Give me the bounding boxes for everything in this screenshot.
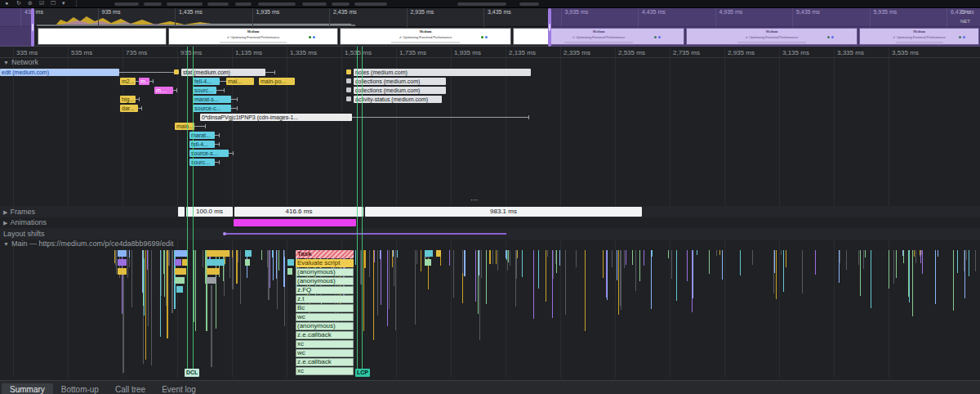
network-request-bar[interactable]: mai... (226, 78, 254, 85)
dropdown-caret-icon[interactable]: ▾ (62, 0, 65, 7)
flame-activity-line (489, 250, 491, 264)
toolbar-control[interactable] (354, 2, 387, 6)
flame-frame-z-fq[interactable]: z.FQ (296, 286, 354, 294)
disclosure-triangle-icon: ▼ (3, 60, 9, 65)
time-ruler[interactable]: 335 ms535 ms735 ms935 ms1,135 ms1,335 ms… (0, 47, 980, 58)
network-request-bar[interactable]: sourc... (193, 87, 216, 94)
network-request-bar[interactable]: marat-s... (193, 96, 231, 103)
track-resize-handle[interactable]: ⋯ (470, 195, 480, 204)
toolbar-control[interactable] (258, 2, 296, 6)
frame-duration-bar[interactable]: 983.1 ms (365, 207, 642, 217)
network-request-bar[interactable]: source-s... (189, 150, 229, 157)
ruler-time-label: 3,335 ms (837, 49, 864, 56)
flame-activity-line (909, 250, 910, 302)
flame-frame--anonymous-[interactable]: (anonymous) (296, 268, 354, 276)
flame-frame-evaluate-script[interactable]: Evaluate script (296, 259, 354, 267)
main-thread-section-header[interactable]: ▼Main — https://medium.com/p/ce4da8bb969… (3, 240, 174, 249)
reload-icon[interactable]: ↻ (16, 0, 21, 7)
flame-frame-wc[interactable]: wc (296, 349, 354, 357)
screenshots-checkbox[interactable]: ☑ (39, 0, 44, 7)
flame-frame-z-t[interactable]: z.t (296, 295, 354, 303)
network-request-bar[interactable]: m.... (154, 87, 173, 94)
network-section-header[interactable]: ▼Network (3, 58, 38, 68)
toolbar-control[interactable] (457, 2, 506, 6)
tab-summary[interactable]: Summary (2, 383, 53, 394)
toolbar-control[interactable] (519, 2, 539, 6)
overview-dimmed-region-right (550, 8, 980, 47)
network-request-bar[interactable]: stat (medium.com) (181, 69, 265, 76)
window-handle-right[interactable] (548, 8, 551, 47)
frame-duration-bar[interactable] (178, 207, 185, 217)
flame-frame-xc[interactable]: xc (296, 367, 354, 375)
window-handle-left[interactable] (31, 8, 34, 47)
network-activity-strip (196, 24, 351, 25)
toolbar-control[interactable] (207, 2, 229, 6)
toolbar-control[interactable] (114, 2, 139, 6)
network-request-bar[interactable]: m... (139, 78, 149, 85)
network-whisker-tick (139, 97, 140, 101)
flame-activity-line (565, 250, 566, 315)
ruler-time-label: 2,935 ms (728, 49, 755, 56)
toolbar-control[interactable] (302, 2, 327, 6)
network-request-bar[interactable]: edit (medium.com) (0, 69, 119, 76)
toolbar-control[interactable] (167, 2, 203, 6)
frame-duration-bar[interactable]: 416.6 ms (234, 207, 363, 217)
flame-activity-line (889, 250, 889, 289)
flame-frame-z-e-callback[interactable]: z.e.callback (296, 331, 354, 339)
animations-track[interactable]: ▶Animations (0, 217, 980, 228)
handle-grip (32, 24, 33, 31)
network-request-bar[interactable]: activity-status (medium.com) (354, 96, 442, 103)
flame-frame-z-e-callback[interactable]: z.e.callback (296, 358, 354, 366)
flame-activity-line (671, 250, 672, 279)
toolbar-control[interactable] (144, 2, 162, 6)
layout-shifts-track[interactable]: Layout shifts (0, 228, 980, 240)
toolbar-control[interactable] (235, 2, 252, 6)
network-whisker-tick (237, 97, 238, 101)
network-request-bar[interactable]: dar... (120, 105, 138, 112)
flame-frame-xc[interactable]: xc (296, 340, 354, 348)
network-request-bar[interactable]: main... (175, 123, 194, 130)
tab-bottom-up[interactable]: Bottom-up (53, 383, 107, 394)
animation-track-bar[interactable] (234, 219, 356, 226)
flame-activity-line (709, 250, 710, 274)
flame-activity-line (168, 250, 170, 266)
tab-call-tree[interactable]: Call tree (107, 383, 154, 394)
flame-frame-wc[interactable]: wc (296, 313, 354, 321)
network-request-bar[interactable]: source-c... (193, 105, 231, 112)
filmstrip-frame[interactable]: Medium✔ Optimizing Frontend Performance (168, 28, 338, 45)
frames-track-header[interactable]: ▶Frames (3, 208, 35, 216)
network-request-bar[interactable]: collections (medium.com) (354, 87, 446, 94)
network-request-bar[interactable]: notes (medium.com) (354, 69, 531, 76)
flame-activity-line (167, 250, 168, 338)
network-request-bar[interactable]: collections (medium.com) (354, 78, 446, 85)
layout-shifts-track-header[interactable]: Layout shifts (3, 230, 45, 238)
main-thread-flame-chart[interactable]: TaskEvaluate script(anonymous)(anonymous… (0, 249, 980, 378)
frames-track[interactable]: ▶Frames 100.0 ms416.6 ms983.1 ms (0, 206, 980, 217)
overview-gridline (252, 8, 253, 27)
flame-frame--anonymous-[interactable]: (anonymous) (296, 277, 354, 285)
filmstrip-frame[interactable] (38, 28, 167, 45)
network-request-bar[interactable]: fell-4... (193, 78, 220, 85)
clear-icon[interactable]: ⊘ (28, 0, 33, 7)
network-request-bar[interactable]: hig... (120, 96, 136, 103)
tab-event-log[interactable]: Event log (154, 383, 204, 394)
flame-activity-line (506, 250, 506, 258)
flame-activity-line (377, 250, 378, 316)
flame-activity-line (783, 250, 784, 292)
flame-frame-bc[interactable]: Bc (296, 304, 354, 312)
overflow-menu-icon[interactable]: ⋮ (74, 0, 79, 7)
animations-track-header[interactable]: ▶Animations (3, 218, 47, 226)
flame-frame--anonymous-[interactable]: (anonymous) (296, 322, 354, 330)
flame-activity-line (935, 250, 936, 304)
flame-activity-line (416, 250, 417, 264)
memory-checkbox[interactable]: ☐ (51, 0, 56, 7)
network-request-bar[interactable]: 0*dinsaPVgjc1tPNP3 (cdn-images-1... (200, 114, 352, 121)
filmstrip-frame[interactable]: Medium✔ Optimizing Frontend Performance (340, 28, 511, 45)
network-request-bar[interactable]: m2... (120, 78, 136, 85)
network-request-bar[interactable]: main-po... (259, 78, 295, 85)
filmstrip-site-title: Medium (169, 29, 337, 34)
flame-frame-task[interactable]: Task (296, 250, 354, 258)
flame-activity-line (393, 250, 394, 257)
toolbar-control[interactable] (332, 2, 350, 6)
record-icon[interactable]: ● (5, 0, 8, 7)
